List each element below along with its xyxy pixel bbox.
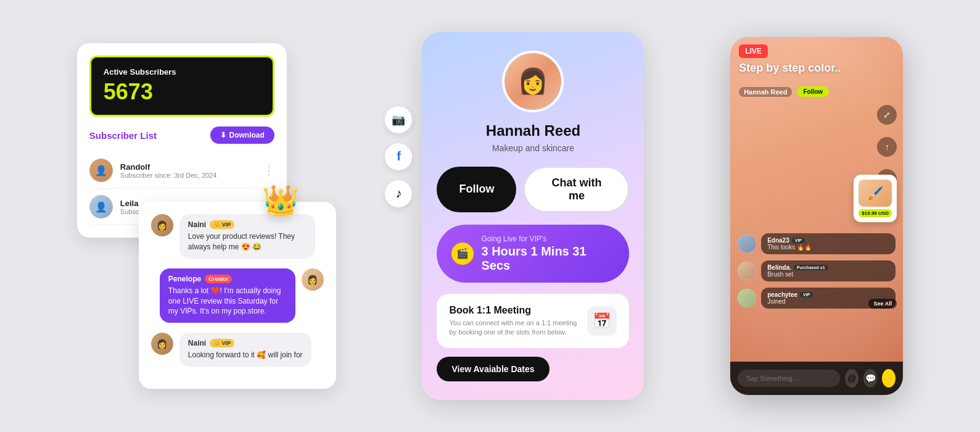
crown-icon: 👑 xyxy=(262,183,299,218)
live-bg: LIVE Step by step color.. Hannah Reed Fo… xyxy=(730,37,903,395)
meeting-info: Book 1:1 Meeting You can connect with me… xyxy=(449,305,577,338)
view-dates-button[interactable]: View Avaiable Dates xyxy=(437,357,549,381)
middle-panel: 📷 f ♪ 👩 Hannah Reed Makeup and skincare … xyxy=(416,32,650,401)
vip-small-1: VIP xyxy=(792,238,805,243)
expand-icon[interactable]: ⤢ xyxy=(877,105,897,125)
profile-subtitle: Makeup and skincare xyxy=(437,143,629,153)
calendar-icon: 📅 xyxy=(587,306,617,336)
subscriber-info-1: Randolf Subscriber since: 3rd Dec, 2024 xyxy=(120,162,263,179)
live-panel: LIVE Step by step color.. Hannah Reed Fo… xyxy=(730,37,903,395)
chat-avatar-2: 👩 xyxy=(302,268,324,291)
facebook-icon[interactable]: f xyxy=(385,143,412,170)
chat-icon: 💬 xyxy=(865,373,876,383)
instagram-icon[interactable]: 📷 xyxy=(385,106,412,133)
meeting-card: Book 1:1 Meeting You can connect with me… xyxy=(437,294,629,349)
live-follow-button[interactable]: Follow xyxy=(797,86,829,97)
meeting-desc: You can connect with me on a 1:1 meeting… xyxy=(449,318,577,338)
avatar-face-2: 👤 xyxy=(89,195,113,218)
at-icon: @ xyxy=(847,373,856,383)
subscriber-name-1: Randolf xyxy=(120,162,263,172)
subscriber-avatar-2: 👤 xyxy=(89,195,113,218)
product-card: 🖌️ $19.99 USD xyxy=(854,175,897,222)
live-label-small: Going Live for VIP's xyxy=(481,235,614,243)
subscriber-avatar-1: 👤 xyxy=(89,159,113,182)
subscriber-row: 👤 Randolf Subscriber since: 3rd Dec, 202… xyxy=(89,152,274,189)
chat-avatar-1: 👩 xyxy=(151,214,173,236)
chat-sender-name-1: Naini xyxy=(188,220,206,229)
comment-row-1: Edna23 VIP This looks 🔥🔥 xyxy=(738,233,896,254)
live-creator-row: Hannah Reed Follow xyxy=(739,86,829,97)
chat-sender-row-2: Penelope Creator xyxy=(168,275,287,283)
subscriber-since-1: Subscriber since: 3rd Dec, 2024 xyxy=(120,172,263,179)
comment-username-2: Belinda. Purchased x1 xyxy=(767,264,889,271)
chat-message-1: 👩 Naini 👑 VIP Love your product reviews!… xyxy=(151,214,324,259)
chat-icon-button[interactable]: 💬 xyxy=(863,369,877,388)
list-header: Subscriber List ⬇ Download xyxy=(89,127,274,144)
comment-avatar-1 xyxy=(738,235,756,253)
comment-text-1: This looks 🔥🔥 xyxy=(767,244,889,251)
product-price: $19.99 USD xyxy=(859,209,892,217)
live-countdown-text: Going Live for VIP's 3 Hours 1 Mins 31 S… xyxy=(481,235,614,273)
download-label: Download xyxy=(229,131,265,139)
avatar-face-1: 👤 xyxy=(89,159,113,182)
see-all-button[interactable]: See All xyxy=(868,299,897,309)
profile-bg: 👩 Hannah Reed Makeup and skincare Follow… xyxy=(422,32,644,401)
share-icon[interactable]: ↑ xyxy=(877,137,897,157)
chat-message-2: 👩 Penelope Creator Thanks a lot ❤️! I'm … xyxy=(151,268,324,323)
live-badge: LIVE xyxy=(739,44,768,58)
profile-avatar-container: 👩 xyxy=(437,51,629,112)
social-icons-left: 📷 f ♪ xyxy=(385,106,412,207)
chat-text-1: Love your product reviews! They always h… xyxy=(188,231,307,252)
product-image: 🖌️ xyxy=(859,180,892,207)
more-dots-1[interactable]: ⋮ xyxy=(263,164,274,177)
at-icon-button[interactable]: @ xyxy=(845,369,859,388)
video-icon: 🎬 xyxy=(451,243,474,265)
chat-sender-name-2: Penelope xyxy=(168,275,201,283)
chat-message-3: 👩 Naini 👑 VIP Looking forward to it 🥰 wi… xyxy=(151,333,324,367)
profile-avatar-large: 👩 xyxy=(502,51,564,112)
comment-content-2: Belinda. Purchased x1 Brush set xyxy=(761,260,896,281)
left-panel: Active Subscribers 5673 Subscriber List … xyxy=(77,43,336,389)
chat-sender-name-3: Naini xyxy=(188,339,206,347)
vip-badge-1: 👑 VIP xyxy=(210,220,234,229)
stats-number: 5673 xyxy=(104,79,260,105)
live-top-bar: LIVE xyxy=(730,37,903,65)
live-countdown: 🎬 Going Live for VIP's 3 Hours 1 Mins 31… xyxy=(437,225,629,283)
comment-username-3: peachytee VIP xyxy=(767,291,889,298)
chat-sender-row-1: Naini 👑 VIP xyxy=(188,220,307,229)
main-container: Active Subscribers 5673 Subscriber List … xyxy=(0,0,980,432)
chat-panel: 👑 👩 Naini 👑 VIP Love your product review… xyxy=(139,202,336,389)
chat-bubble-2: Penelope Creator Thanks a lot ❤️! I'm ac… xyxy=(160,268,295,323)
chat-sender-row-3: Naini 👑 VIP xyxy=(188,339,303,347)
download-button[interactable]: ⬇ Download xyxy=(210,127,274,144)
comment-username-1: Edna23 VIP xyxy=(767,237,889,244)
comment-row-2: Belinda. Purchased x1 Brush set 🖌️ $19.9… xyxy=(738,260,896,281)
live-input-bar: @ 💬 ⚡ xyxy=(730,362,903,395)
action-buttons: Follow Chat with me xyxy=(437,167,629,212)
comment-avatar-3 xyxy=(738,289,756,307)
vip-small-3: VIP xyxy=(800,292,813,297)
stats-label: Active Subscribers xyxy=(104,67,260,77)
profile-name: Hannah Reed xyxy=(437,122,629,139)
comment-text-2: Brush set xyxy=(767,271,889,278)
meeting-title: Book 1:1 Meeting xyxy=(449,305,577,316)
live-time: 3 Hours 1 Mins 31 Secs xyxy=(481,244,614,273)
vip-badge-3: 👑 VIP xyxy=(210,339,234,347)
chat-bubble-3: Naini 👑 VIP Looking forward to it 🥰 will… xyxy=(179,333,311,367)
purchased-badge: Purchased x1 xyxy=(794,265,828,270)
chat-with-me-button[interactable]: Chat with me xyxy=(524,167,629,212)
list-title: Subscriber List xyxy=(89,130,157,141)
chat-avatar-3: 👩 xyxy=(151,333,173,355)
follow-button[interactable]: Follow xyxy=(437,167,516,212)
chat-text-2: Thanks a lot ❤️! I'm actually doing one … xyxy=(168,286,287,317)
live-creator-name: Hannah Reed xyxy=(739,87,792,97)
comment-content-1: Edna23 VIP This looks 🔥🔥 xyxy=(761,233,896,254)
stats-box: Active Subscribers 5673 xyxy=(89,56,274,117)
tiktok-icon[interactable]: ♪ xyxy=(385,180,412,207)
chat-bubble-1: Naini 👑 VIP Love your product reviews! T… xyxy=(179,214,315,259)
bolt-icon: ⚡ xyxy=(884,373,894,383)
download-icon: ⬇ xyxy=(220,131,226,139)
comment-avatar-2 xyxy=(738,262,756,280)
live-input[interactable] xyxy=(738,370,840,387)
bolt-icon-button[interactable]: ⚡ xyxy=(882,369,896,388)
